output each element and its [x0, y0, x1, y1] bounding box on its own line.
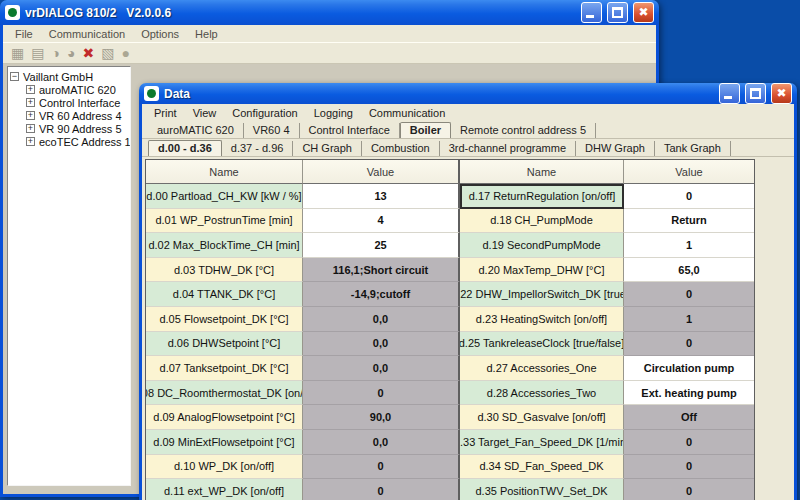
- main-titlebar[interactable]: vrDIALOG 810/2 V2.0.0.6 ✖: [0, 0, 659, 25]
- param-name-cell[interactable]: d.17 ReturnRegulation [on/off]: [460, 184, 624, 209]
- param-name-cell[interactable]: d.02 Max_BlockTime_CH [min]: [146, 233, 303, 258]
- param-name-cell[interactable]: d.08 DC_Roomthermostat_DK [on/off: [146, 381, 303, 406]
- data-menu-print[interactable]: Print: [146, 106, 185, 120]
- close-button[interactable]: ✖: [633, 2, 654, 23]
- data-minimize-button[interactable]: [719, 83, 740, 104]
- subtab-ch-graph[interactable]: CH Graph: [293, 141, 362, 156]
- connect-icon[interactable]: ▦: [11, 43, 24, 63]
- subtab-3rd-channel-programme[interactable]: 3rd-channel programme: [440, 141, 576, 156]
- param-name-cell[interactable]: d.33 Target_Fan_Speed_DK [1/min]: [460, 430, 624, 455]
- disconnect-icon[interactable]: ✖: [82, 43, 94, 63]
- param-value-cell[interactable]: 90,0: [303, 405, 460, 430]
- subtab-d-37-d-96[interactable]: d.37 - d.96: [222, 141, 294, 156]
- tree-item-auromatic-620[interactable]: +auroMATIC 620: [26, 83, 128, 96]
- param-name-cell[interactable]: d.07 Tanksetpoint_DK [°C]: [146, 356, 303, 381]
- menu-options[interactable]: Options: [133, 27, 187, 41]
- param-value-cell[interactable]: 0: [303, 381, 460, 406]
- param-name-cell[interactable]: d.00 Partload_CH_KW [kW / %]: [146, 184, 303, 209]
- param-value-cell[interactable]: 1: [624, 233, 754, 258]
- param-value-cell[interactable]: 0: [624, 282, 754, 307]
- globe-icon[interactable]: ◕: [67, 43, 75, 63]
- param-name-cell[interactable]: d.25 TankreleaseClock [true/false]: [460, 332, 624, 357]
- param-name-cell[interactable]: d.23 HeatingSwitch [on/off]: [460, 307, 624, 332]
- param-value-cell[interactable]: Off: [624, 405, 754, 430]
- param-name-cell[interactable]: d.27 Accessories_One: [460, 356, 624, 381]
- expand-icon[interactable]: +: [26, 124, 35, 133]
- param-value-cell[interactable]: -14,9;cutoff: [303, 282, 460, 307]
- param-value-cell[interactable]: 25: [303, 233, 460, 258]
- param-value-cell[interactable]: 0: [624, 430, 754, 455]
- param-name-cell[interactable]: d.28 Accessories_Two: [460, 381, 624, 406]
- param-value-cell[interactable]: 116,1;Short circuit: [303, 258, 460, 283]
- data-menu-view[interactable]: View: [185, 106, 225, 120]
- maximize-button[interactable]: [607, 2, 628, 23]
- subtab-dhw-graph[interactable]: DHW Graph: [576, 141, 655, 156]
- param-value-cell[interactable]: 0: [624, 455, 754, 480]
- tree-item-vr-90-address-5[interactable]: +VR 90 Address 5: [26, 122, 128, 135]
- expand-icon[interactable]: +: [26, 111, 35, 120]
- subtab-combustion[interactable]: Combustion: [362, 141, 440, 156]
- data-menu-logging[interactable]: Logging: [306, 106, 361, 120]
- tree-item-control-interface[interactable]: +Control Interface: [26, 96, 128, 109]
- expand-icon[interactable]: +: [26, 85, 35, 94]
- param-name-cell[interactable]: d.19 SecondPumpMode: [460, 233, 624, 258]
- param-value-cell[interactable]: 65,0: [624, 258, 754, 283]
- menu-file[interactable]: File: [7, 27, 41, 41]
- sound-icon[interactable]: ◑: [51, 43, 59, 63]
- minimize-button[interactable]: [581, 2, 602, 23]
- data-menu-configuration[interactable]: Configuration: [224, 106, 305, 120]
- param-name-cell[interactable]: d.22 DHW_ImpellorSwitch_DK [true/f: [460, 282, 624, 307]
- param-value-cell[interactable]: 13: [303, 184, 460, 209]
- param-value-cell[interactable]: Return: [624, 209, 754, 234]
- param-name-cell[interactable]: d.20 MaxTemp_DHW [°C]: [460, 258, 624, 283]
- param-value-cell[interactable]: 0: [624, 479, 754, 500]
- param-value-cell[interactable]: Circulation pump: [624, 356, 754, 381]
- tab-boiler[interactable]: Boiler: [400, 122, 451, 138]
- menu-help[interactable]: Help: [187, 27, 226, 41]
- param-name-cell[interactable]: d.18 CH_PumpMode: [460, 209, 624, 234]
- tree-item-root[interactable]: − Vaillant GmbH: [10, 70, 128, 83]
- param-value-cell[interactable]: 0,0: [303, 356, 460, 381]
- param-name-cell[interactable]: d.06 DHWSetpoint [°C]: [146, 332, 303, 357]
- data-titlebar[interactable]: Data ✖: [139, 83, 797, 104]
- param-value-cell[interactable]: 1: [624, 307, 754, 332]
- param-value-cell[interactable]: 0: [624, 184, 754, 209]
- param-name-cell[interactable]: d.04 TTANK_DK [°C]: [146, 282, 303, 307]
- record-icon[interactable]: ●: [121, 43, 129, 63]
- tree-item-ecotec-address-1[interactable]: +ecoTEC Address 1: [26, 135, 128, 148]
- expand-icon[interactable]: +: [26, 137, 35, 146]
- tree-item-vr-60-address-4[interactable]: +VR 60 Address 4: [26, 109, 128, 122]
- subtab-d-00-d-36[interactable]: d.00 - d.36: [148, 140, 222, 156]
- param-value-cell[interactable]: 0: [303, 479, 460, 500]
- param-value-cell[interactable]: 0: [303, 455, 460, 480]
- param-name-cell[interactable]: d.09 AnalogFlowsetpoint [°C]: [146, 405, 303, 430]
- param-name-cell[interactable]: d.35 PositionTWV_Set_DK: [460, 479, 624, 500]
- subtab-tank-graph[interactable]: Tank Graph: [655, 141, 731, 156]
- param-value-cell[interactable]: 0,0: [303, 307, 460, 332]
- param-value-cell[interactable]: 0: [624, 332, 754, 357]
- param-name-cell[interactable]: d.11 ext_WP_DK [on/off]: [146, 479, 303, 500]
- tab-control-interface[interactable]: Control Interface: [300, 123, 400, 138]
- param-name-cell[interactable]: d.09 MinExtFlowsetpoint [°C]: [146, 430, 303, 455]
- data-maximize-button[interactable]: [745, 83, 766, 104]
- param-value-cell[interactable]: 0,0: [303, 430, 460, 455]
- tab-remote-control-address-5[interactable]: Remote control address 5: [451, 123, 596, 138]
- copy-icon[interactable]: ▤: [31, 43, 44, 63]
- param-value-cell[interactable]: Ext. heating pump: [624, 381, 754, 406]
- menu-communication[interactable]: Communication: [41, 27, 133, 41]
- data-menu-communication[interactable]: Communication: [361, 106, 453, 120]
- param-value-cell[interactable]: 4: [303, 209, 460, 234]
- tab-auromatic-620[interactable]: auroMATIC 620: [148, 123, 244, 138]
- param-name-cell[interactable]: d.10 WP_DK [on/off]: [146, 455, 303, 480]
- param-name-cell[interactable]: d.01 WP_PostrunTime [min]: [146, 209, 303, 234]
- data-close-button[interactable]: ✖: [771, 83, 792, 104]
- param-name-cell[interactable]: d.30 SD_Gasvalve [on/off]: [460, 405, 624, 430]
- collapse-icon[interactable]: −: [10, 72, 19, 81]
- expand-icon[interactable]: +: [26, 98, 35, 107]
- stats-icon[interactable]: ▧: [101, 43, 114, 63]
- param-name-cell[interactable]: d.05 Flowsetpoint_DK [°C]: [146, 307, 303, 332]
- tab-vr60-4[interactable]: VR60 4: [244, 123, 300, 138]
- param-name-cell[interactable]: d.03 TDHW_DK [°C]: [146, 258, 303, 283]
- param-value-cell[interactable]: 0,0: [303, 332, 460, 357]
- param-name-cell[interactable]: d.34 SD_Fan_Speed_DK: [460, 455, 624, 480]
